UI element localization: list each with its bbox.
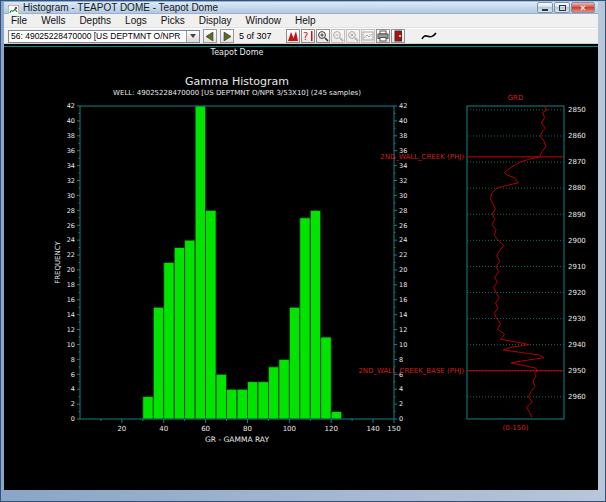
app-window: Histogram - TEAPOT DOME - Teapot Dome × … [0, 0, 606, 502]
close-button[interactable]: × [571, 2, 595, 13]
histogram-bar [289, 307, 299, 419]
depth-label: 2850 [568, 106, 586, 114]
histogram-bar [164, 263, 174, 420]
histogram-ylabel: FREQUENCY [54, 240, 62, 283]
svg-text:40: 40 [67, 117, 75, 125]
project-label: Teapot Dome [194, 48, 280, 57]
svg-text:4: 4 [399, 385, 403, 393]
svg-text:40: 40 [399, 117, 407, 125]
depth-label: 2870 [568, 158, 586, 166]
svg-text:42: 42 [67, 102, 75, 110]
svg-text:12: 12 [399, 326, 407, 334]
svg-text:34: 34 [67, 162, 75, 170]
help-picks-icon: ? [302, 30, 314, 42]
pick-lines: 2ND_WALL_CREEK (PHJ)2ND_WALL_CREEK_BASE … [358, 153, 564, 375]
histogram-bar [321, 337, 331, 419]
menu-item-wells[interactable]: Wells [34, 14, 72, 27]
grd-log-track: 2850286028702880289029002910292029302940… [467, 94, 586, 432]
depth-label: 2860 [568, 132, 586, 140]
menu-item-depths[interactable]: Depths [72, 14, 118, 27]
depth-label: 2880 [568, 184, 586, 192]
zoom-reset-button[interactable] [346, 29, 360, 43]
image-export-button[interactable] [361, 29, 375, 43]
track-title: GRD [508, 94, 524, 102]
exit-icon [392, 30, 404, 42]
window-title: Histogram - TEAPOT DOME - Teapot Dome [23, 2, 537, 13]
svg-text:10: 10 [67, 341, 75, 349]
title-bar[interactable]: Histogram - TEAPOT DOME - Teapot Dome × [4, 2, 598, 14]
toolbar-icons: ? [286, 29, 438, 43]
menu-item-display[interactable]: Display [192, 14, 239, 27]
next-well-button[interactable] [220, 29, 234, 43]
svg-text:10: 10 [399, 341, 407, 349]
zoom-reset-icon [347, 30, 359, 42]
depth-label: 2890 [568, 211, 586, 219]
exit-button[interactable] [391, 29, 405, 43]
svg-text:150: 150 [387, 425, 400, 433]
canvas-top-rule [4, 46, 598, 47]
histogram-bar [195, 106, 205, 419]
dropdown-arrow [190, 34, 196, 38]
svg-text:0: 0 [71, 415, 75, 423]
chevron-down-icon[interactable] [186, 31, 199, 42]
svg-text:14: 14 [67, 311, 75, 319]
help-picks-button[interactable]: ? [301, 29, 315, 43]
track-scale-label: (0-150) [503, 424, 529, 432]
zoom-in-icon [317, 30, 329, 42]
svg-text:24: 24 [399, 236, 407, 244]
svg-text:30: 30 [399, 192, 407, 200]
print-button[interactable] [376, 29, 390, 43]
histogram-bar [258, 382, 268, 419]
depth-label: 2950 [568, 367, 586, 375]
depth-label: 2930 [568, 315, 586, 323]
histogram-subtitle: WELL: 49025228470000 [US DEPTMNT O/NPR 3… [113, 89, 361, 97]
minimize-button[interactable] [537, 2, 553, 13]
zoom-out-button[interactable] [331, 29, 345, 43]
minimize-icon [542, 9, 548, 11]
svg-text:20: 20 [67, 266, 75, 274]
previous-well-button[interactable] [203, 29, 217, 43]
svg-text:120: 120 [325, 425, 338, 433]
svg-text:28: 28 [399, 207, 407, 215]
svg-text:60: 60 [201, 425, 210, 433]
svg-text:140: 140 [366, 425, 379, 433]
maximize-icon [559, 5, 566, 11]
histogram-xlabel: GR - GAMMA RAY [205, 435, 269, 444]
svg-text:38: 38 [399, 132, 407, 140]
histogram-bar [247, 382, 257, 419]
pick-label: 2ND_WALL_CREEK_BASE (PHJ) [358, 367, 464, 375]
menu-item-file[interactable]: File [4, 14, 34, 27]
histogram-bars [143, 106, 342, 419]
histogram-bar [185, 240, 195, 419]
curve-annotate-button[interactable] [420, 29, 438, 43]
svg-text:32: 32 [399, 177, 407, 185]
window-frame: Histogram - TEAPOT DOME - Teapot Dome × … [4, 2, 598, 490]
svg-text:14: 14 [399, 311, 407, 319]
well-position-text: 5 of 307 [239, 31, 272, 41]
menu-item-picks[interactable]: Picks [154, 14, 192, 27]
svg-text:16: 16 [399, 296, 407, 304]
svg-text:8: 8 [71, 356, 75, 364]
svg-text:100: 100 [283, 425, 296, 433]
histogram-axes: 2040608010012014015000224466881010121214… [67, 102, 408, 433]
svg-text:20: 20 [399, 266, 407, 274]
menu-item-help[interactable]: Help [288, 14, 323, 27]
maximize-button[interactable] [554, 2, 570, 13]
svg-text:18: 18 [67, 281, 75, 289]
svg-text:42: 42 [399, 102, 407, 110]
svg-text:?: ? [303, 31, 308, 42]
histogram-button[interactable] [286, 29, 300, 43]
histogram-icon [287, 30, 299, 42]
histogram-bar [279, 359, 289, 419]
svg-text:26: 26 [399, 222, 407, 230]
depth-label: 2900 [568, 237, 586, 245]
depth-label: 2960 [568, 393, 586, 401]
menu-item-window[interactable]: Window [238, 14, 288, 27]
svg-text:22: 22 [67, 251, 75, 259]
well-selector-value: 56: 49025228470000 [US DEPTMNT O/NPR [9, 31, 186, 41]
well-selector[interactable]: 56: 49025228470000 [US DEPTMNT O/NPR [8, 30, 200, 43]
window-controls: × [537, 2, 595, 13]
svg-text:2: 2 [399, 400, 403, 408]
menu-item-logs[interactable]: Logs [118, 14, 154, 27]
zoom-in-button[interactable] [316, 29, 330, 43]
